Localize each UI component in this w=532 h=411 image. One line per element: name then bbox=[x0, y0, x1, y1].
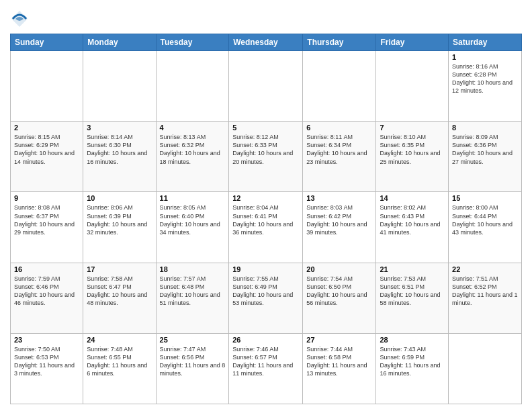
day-info: Sunrise: 8:12 AM Sunset: 6:33 PM Dayligh… bbox=[232, 133, 299, 166]
day-number: 12 bbox=[232, 194, 299, 202]
day-info: Sunrise: 7:50 AM Sunset: 6:53 PM Dayligh… bbox=[14, 345, 79, 378]
day-cell: 21Sunrise: 7:53 AM Sunset: 6:51 PM Dayli… bbox=[376, 263, 449, 333]
day-number: 16 bbox=[14, 265, 79, 273]
day-number: 10 bbox=[87, 194, 152, 202]
day-cell: 12Sunrise: 8:04 AM Sunset: 6:41 PM Dayli… bbox=[229, 192, 303, 263]
day-number: 15 bbox=[452, 194, 518, 202]
day-cell: 5Sunrise: 8:12 AM Sunset: 6:33 PM Daylig… bbox=[229, 122, 303, 192]
day-cell: 28Sunrise: 7:43 AM Sunset: 6:59 PM Dayli… bbox=[376, 333, 449, 404]
day-info: Sunrise: 8:11 AM Sunset: 6:34 PM Dayligh… bbox=[306, 133, 372, 166]
day-number: 3 bbox=[87, 124, 152, 132]
day-cell: 4Sunrise: 8:13 AM Sunset: 6:32 PM Daylig… bbox=[156, 122, 229, 192]
calendar-tbody: 1Sunrise: 8:16 AM Sunset: 6:28 PM Daylig… bbox=[11, 51, 522, 404]
day-info: Sunrise: 8:14 AM Sunset: 6:30 PM Dayligh… bbox=[87, 133, 152, 166]
day-cell: 25Sunrise: 7:47 AM Sunset: 6:56 PM Dayli… bbox=[156, 333, 229, 404]
day-number: 21 bbox=[380, 265, 445, 273]
day-info: Sunrise: 7:53 AM Sunset: 6:51 PM Dayligh… bbox=[380, 275, 445, 308]
day-cell: 17Sunrise: 7:58 AM Sunset: 6:47 PM Dayli… bbox=[83, 263, 156, 333]
day-number: 19 bbox=[232, 265, 299, 273]
day-info: Sunrise: 7:47 AM Sunset: 6:56 PM Dayligh… bbox=[160, 345, 226, 378]
day-info: Sunrise: 8:03 AM Sunset: 6:42 PM Dayligh… bbox=[306, 203, 372, 236]
day-number: 18 bbox=[160, 265, 226, 273]
day-cell: 1Sunrise: 8:16 AM Sunset: 6:28 PM Daylig… bbox=[449, 51, 522, 122]
day-number: 13 bbox=[306, 194, 372, 202]
day-info: Sunrise: 7:57 AM Sunset: 6:48 PM Dayligh… bbox=[160, 275, 226, 308]
day-cell: 10Sunrise: 8:06 AM Sunset: 6:39 PM Dayli… bbox=[83, 192, 156, 263]
day-cell: 24Sunrise: 7:48 AM Sunset: 6:55 PM Dayli… bbox=[83, 333, 156, 404]
day-number: 22 bbox=[452, 265, 518, 273]
day-info: Sunrise: 8:06 AM Sunset: 6:39 PM Dayligh… bbox=[87, 203, 152, 236]
day-cell: 6Sunrise: 8:11 AM Sunset: 6:34 PM Daylig… bbox=[303, 122, 376, 192]
week-row-3: 9Sunrise: 8:08 AM Sunset: 6:37 PM Daylig… bbox=[11, 192, 522, 263]
day-cell: 20Sunrise: 7:54 AM Sunset: 6:50 PM Dayli… bbox=[303, 263, 376, 333]
day-cell: 26Sunrise: 7:46 AM Sunset: 6:57 PM Dayli… bbox=[229, 333, 303, 404]
day-cell bbox=[156, 51, 229, 122]
day-info: Sunrise: 7:44 AM Sunset: 6:58 PM Dayligh… bbox=[306, 345, 372, 378]
day-cell: 11Sunrise: 8:05 AM Sunset: 6:40 PM Dayli… bbox=[156, 192, 229, 263]
day-cell: 19Sunrise: 7:55 AM Sunset: 6:49 PM Dayli… bbox=[229, 263, 303, 333]
calendar-thead: SundayMondayTuesdayWednesdayThursdayFrid… bbox=[11, 34, 522, 51]
day-number: 11 bbox=[160, 194, 226, 202]
day-number: 26 bbox=[232, 336, 299, 344]
week-row-2: 2Sunrise: 8:15 AM Sunset: 6:29 PM Daylig… bbox=[11, 122, 522, 192]
week-row-1: 1Sunrise: 8:16 AM Sunset: 6:28 PM Daylig… bbox=[11, 51, 522, 122]
day-cell: 27Sunrise: 7:44 AM Sunset: 6:58 PM Dayli… bbox=[303, 333, 376, 404]
day-info: Sunrise: 8:10 AM Sunset: 6:35 PM Dayligh… bbox=[380, 133, 445, 166]
day-cell: 18Sunrise: 7:57 AM Sunset: 6:48 PM Dayli… bbox=[156, 263, 229, 333]
day-info: Sunrise: 7:43 AM Sunset: 6:59 PM Dayligh… bbox=[380, 345, 445, 378]
day-cell bbox=[303, 51, 376, 122]
day-number: 5 bbox=[232, 124, 299, 132]
day-number: 27 bbox=[306, 336, 372, 344]
day-info: Sunrise: 8:05 AM Sunset: 6:40 PM Dayligh… bbox=[160, 203, 226, 236]
day-cell bbox=[376, 51, 449, 122]
day-cell bbox=[449, 333, 522, 404]
day-info: Sunrise: 8:08 AM Sunset: 6:37 PM Dayligh… bbox=[14, 203, 79, 236]
day-number: 8 bbox=[452, 124, 518, 132]
weekday-header-sunday: Sunday bbox=[11, 34, 83, 51]
day-number: 17 bbox=[87, 265, 152, 273]
day-info: Sunrise: 7:58 AM Sunset: 6:47 PM Dayligh… bbox=[87, 275, 152, 308]
day-info: Sunrise: 7:59 AM Sunset: 6:46 PM Dayligh… bbox=[14, 275, 79, 308]
day-number: 6 bbox=[306, 124, 372, 132]
day-number: 7 bbox=[380, 124, 445, 132]
day-number: 2 bbox=[14, 124, 79, 132]
day-number: 4 bbox=[160, 124, 226, 132]
day-info: Sunrise: 7:54 AM Sunset: 6:50 PM Dayligh… bbox=[306, 275, 372, 308]
day-number: 1 bbox=[452, 53, 518, 61]
day-info: Sunrise: 8:02 AM Sunset: 6:43 PM Dayligh… bbox=[380, 203, 445, 236]
week-row-4: 16Sunrise: 7:59 AM Sunset: 6:46 PM Dayli… bbox=[11, 263, 522, 333]
day-cell: 13Sunrise: 8:03 AM Sunset: 6:42 PM Dayli… bbox=[303, 192, 376, 263]
day-cell: 23Sunrise: 7:50 AM Sunset: 6:53 PM Dayli… bbox=[11, 333, 83, 404]
weekday-header-thursday: Thursday bbox=[303, 34, 376, 51]
day-cell bbox=[11, 51, 83, 122]
day-info: Sunrise: 7:51 AM Sunset: 6:52 PM Dayligh… bbox=[452, 275, 518, 308]
logo bbox=[10, 9, 30, 28]
weekday-header-saturday: Saturday bbox=[449, 34, 522, 51]
day-info: Sunrise: 8:15 AM Sunset: 6:29 PM Dayligh… bbox=[14, 133, 79, 166]
day-cell: 9Sunrise: 8:08 AM Sunset: 6:37 PM Daylig… bbox=[11, 192, 83, 263]
weekday-header-monday: Monday bbox=[83, 34, 156, 51]
week-row-5: 23Sunrise: 7:50 AM Sunset: 6:53 PM Dayli… bbox=[11, 333, 522, 404]
day-info: Sunrise: 8:00 AM Sunset: 6:44 PM Dayligh… bbox=[452, 203, 518, 236]
weekday-header-tuesday: Tuesday bbox=[156, 34, 229, 51]
day-cell: 7Sunrise: 8:10 AM Sunset: 6:35 PM Daylig… bbox=[376, 122, 449, 192]
day-cell bbox=[83, 51, 156, 122]
day-info: Sunrise: 8:04 AM Sunset: 6:41 PM Dayligh… bbox=[232, 203, 299, 236]
header-row bbox=[10, 7, 522, 28]
day-number: 23 bbox=[14, 336, 79, 344]
day-cell bbox=[229, 51, 303, 122]
calendar-table: SundayMondayTuesdayWednesdayThursdayFrid… bbox=[10, 34, 522, 404]
day-number: 14 bbox=[380, 194, 445, 202]
day-info: Sunrise: 8:09 AM Sunset: 6:36 PM Dayligh… bbox=[452, 133, 518, 166]
weekday-header-row: SundayMondayTuesdayWednesdayThursdayFrid… bbox=[11, 34, 522, 51]
day-info: Sunrise: 7:55 AM Sunset: 6:49 PM Dayligh… bbox=[232, 275, 299, 308]
weekday-header-wednesday: Wednesday bbox=[229, 34, 303, 51]
day-number: 20 bbox=[306, 265, 372, 273]
weekday-header-friday: Friday bbox=[376, 34, 449, 51]
day-number: 9 bbox=[14, 194, 79, 202]
day-number: 28 bbox=[380, 336, 445, 344]
day-number: 24 bbox=[87, 336, 152, 344]
day-info: Sunrise: 8:16 AM Sunset: 6:28 PM Dayligh… bbox=[452, 62, 518, 95]
day-cell: 22Sunrise: 7:51 AM Sunset: 6:52 PM Dayli… bbox=[449, 263, 522, 333]
day-cell: 14Sunrise: 8:02 AM Sunset: 6:43 PM Dayli… bbox=[376, 192, 449, 263]
